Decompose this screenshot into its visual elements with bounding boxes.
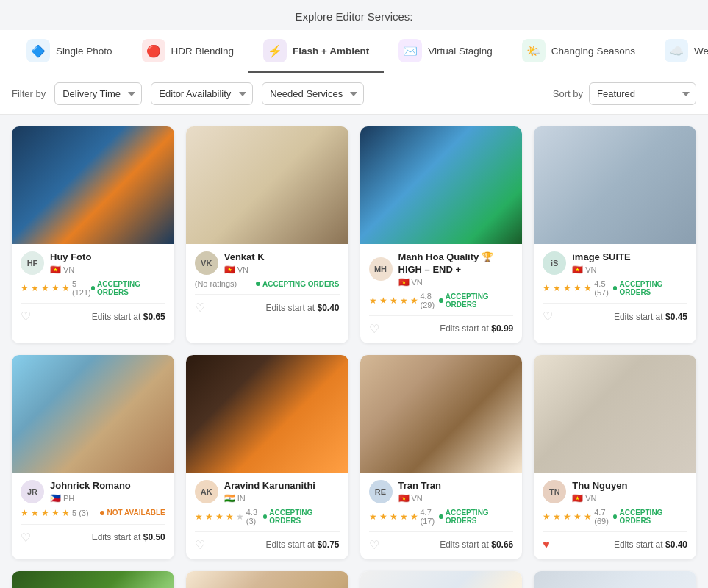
service-tab-single-photo[interactable]: 🔷 Single Photo	[12, 30, 127, 73]
editor-details: Tran Tran 🇻🇳 VN	[398, 480, 514, 503]
favorite-button[interactable]: ♡	[21, 309, 31, 323]
editor-card-3[interactable]: MH Manh Hoa Quality 🏆HIGH – END + 🇻🇳 VN …	[360, 126, 523, 343]
star-filled: ★	[573, 512, 582, 522]
favorite-button[interactable]: ♡	[195, 301, 205, 315]
price-text: Edits start at $0.66	[440, 539, 513, 550]
card-meta: ★★★★★4.3 (3) ACCEPTING ORDERS	[195, 508, 340, 526]
editor-image	[534, 126, 696, 244]
star-filled: ★	[21, 508, 29, 518]
country-code: VN	[412, 278, 423, 287]
favorite-button[interactable]: ♥	[543, 538, 550, 551]
card-body: RE Tran Tran 🇻🇳 VN ★★★★★4.7 (17) ACCEPTI…	[360, 473, 523, 559]
editor-card-4[interactable]: iS image SUITE 🇻🇳 VN ★★★★★4.5 (57) ACCEP…	[534, 126, 696, 343]
rating-value: 5 (121)	[72, 279, 91, 297]
price-value: $0.66	[491, 539, 513, 550]
editor-country: 🇻🇳 VN	[50, 265, 165, 275]
status-dot	[613, 514, 617, 519]
avatar: TN	[543, 480, 566, 503]
star-filled: ★	[390, 512, 398, 522]
editor-details: Huy Foto 🇻🇳 VN	[50, 251, 165, 275]
needed-services-filter[interactable]: Needed ServicesFlash + AmbientHDR Blendi…	[262, 82, 364, 105]
editor-card-9[interactable]: RE Ryan Esgana 🇵🇭 PH ACCEPTING ORDERS ♡	[12, 571, 174, 588]
editor-card-11[interactable]: RN Rocker Nguyen 🇻🇳 VN ACCEPTING ORDERS	[360, 571, 523, 588]
availability-status: ACCEPTING ORDERS	[91, 280, 165, 296]
editor-details: Manh Hoa Quality 🏆HIGH – END + 🇻🇳 VN	[398, 251, 514, 287]
availability-status: ACCEPTING ORDERS	[613, 280, 687, 296]
avatar: MH	[369, 257, 393, 281]
card-footer: ♥ Edits start at $0.40	[543, 531, 687, 551]
rating: ★★★★★4.7 (17)	[369, 508, 440, 526]
card-footer: ♡ Edits start at $0.40	[195, 294, 340, 315]
tab-icon-single-photo: 🔷	[26, 39, 50, 62]
star-filled: ★	[543, 512, 551, 522]
editor-card-7[interactable]: RE Tran Tran 🇻🇳 VN ★★★★★4.7 (17) ACCEPTI…	[360, 355, 523, 559]
editor-card-8[interactable]: TN Thu Nguyen 🇻🇳 VN ★★★★★4.7 (69) ACCEPT…	[534, 355, 696, 559]
editor-details: Aravind Karunanithi 🇮🇳 IN	[224, 480, 340, 503]
editor-name: Thu Nguyen	[572, 480, 687, 492]
editor-info-row: RE Tran Tran 🇻🇳 VN	[369, 480, 514, 503]
service-tab-weather[interactable]: ☁️ Wea...	[650, 30, 708, 73]
delivery-time-filter[interactable]: Delivery Time24 hours48 hours72 hours	[54, 82, 142, 105]
star-filled: ★	[369, 512, 377, 522]
editor-card-2[interactable]: VK Venkat K 🇻🇳 VN (No ratings) ACCEPTING…	[186, 126, 348, 343]
country-code: VN	[63, 265, 74, 274]
star-filled: ★	[195, 512, 203, 522]
favorite-button[interactable]: ♡	[543, 309, 553, 323]
country-flag: 🇻🇳	[398, 277, 410, 287]
favorite-button[interactable]: ♡	[21, 531, 31, 545]
service-tab-changing-seasons[interactable]: 🌤️ Changing Seasons	[507, 30, 650, 73]
rating: ★★★★★4.7 (69)	[543, 508, 613, 526]
rating: ★★★★★4.5 (57)	[543, 279, 613, 297]
card-body: AK Aravind Karunanithi 🇮🇳 IN ★★★★★4.3 (3…	[186, 473, 348, 559]
status-label: ACCEPTING ORDERS	[446, 293, 514, 309]
card-footer: ♡ Edits start at $0.50	[21, 524, 165, 545]
editor-availability-filter[interactable]: Editor AvailabilityAvailableNot Availabl…	[151, 82, 253, 105]
favorite-button[interactable]: ♡	[369, 322, 379, 336]
rating: ★★★★★4.3 (3)	[195, 508, 263, 526]
editor-name: Aravind Karunanithi	[224, 480, 340, 492]
service-tab-hdr-blending[interactable]: 🔴 HDR Blending	[127, 30, 249, 73]
editor-name: Johnrick Romano	[50, 480, 165, 492]
editor-card-5[interactable]: JR Johnrick Romano 🇵🇭 PH ★★★★★5 (3) NOT …	[12, 355, 174, 559]
editor-info-row: MH Manh Hoa Quality 🏆HIGH – END + 🇻🇳 VN	[369, 251, 514, 287]
star-filled: ★	[205, 512, 213, 522]
editor-image	[534, 571, 696, 588]
service-tab-virtual-staging[interactable]: ✉️ Virtual Staging	[384, 30, 507, 73]
tab-icon-changing-seasons: 🌤️	[522, 39, 546, 62]
service-tab-flash-ambient[interactable]: ⚡ Flash + Ambient	[248, 30, 384, 73]
favorite-button[interactable]: ♡	[369, 538, 379, 552]
star-filled: ★	[62, 508, 70, 518]
rating-value: 4.7 (17)	[421, 508, 440, 526]
card-body: TN Thu Nguyen 🇻🇳 VN ★★★★★4.7 (69) ACCEPT…	[534, 473, 696, 559]
editor-card-1[interactable]: HF Huy Foto 🇻🇳 VN ★★★★★5 (121) ACCEPTING…	[12, 126, 174, 343]
favorite-button[interactable]: ♡	[195, 538, 205, 552]
editor-grid: HF Huy Foto 🇻🇳 VN ★★★★★5 (121) ACCEPTING…	[0, 115, 708, 588]
editor-country: 🇵🇭 PH	[50, 493, 165, 503]
card-meta: ★★★★★4.7 (69) ACCEPTING ORDERS	[543, 508, 687, 526]
editor-card-6[interactable]: AK Aravind Karunanithi 🇮🇳 IN ★★★★★4.3 (3…	[186, 355, 348, 559]
avatar: HF	[21, 251, 44, 275]
tab-icon-hdr-blending: 🔴	[142, 39, 165, 62]
rating: (No ratings)	[195, 279, 237, 288]
card-meta: (No ratings) ACCEPTING ORDERS	[195, 279, 340, 288]
price-text: Edits start at $0.75	[265, 539, 339, 550]
status-dot	[263, 514, 267, 519]
editor-card-10[interactable]: BP BEEPEC 🇻🇳 VN ACCEPTING ORDERS ♡	[186, 571, 348, 588]
editor-details: Thu Nguyen 🇻🇳 VN	[572, 480, 687, 503]
star-filled: ★	[51, 283, 60, 293]
price-text: Edits start at $0.50	[92, 532, 165, 542]
editor-card-12[interactable]: KV Khanh Vy 🇻🇳 VN ACCEPTING ORDERS ♡	[534, 571, 696, 588]
star-filled: ★	[41, 283, 49, 293]
star-filled: ★	[553, 512, 561, 522]
price-value: $0.99	[491, 323, 513, 334]
country-flag: 🇻🇳	[572, 265, 583, 275]
editor-image	[534, 355, 696, 473]
editor-name: Manh Hoa Quality 🏆HIGH – END +	[398, 251, 514, 276]
status-label: ACCEPTING ORDERS	[619, 509, 687, 525]
editor-image	[12, 126, 174, 244]
featured-sort[interactable]: FeaturedPrice: Low to HighPrice: High to…	[589, 82, 696, 105]
card-footer: ♡ Edits start at $0.99	[369, 315, 514, 336]
price-value: $0.45	[665, 312, 687, 322]
tab-icon-virtual-staging: ✉️	[398, 39, 422, 62]
country-flag: 🇻🇳	[224, 265, 235, 275]
